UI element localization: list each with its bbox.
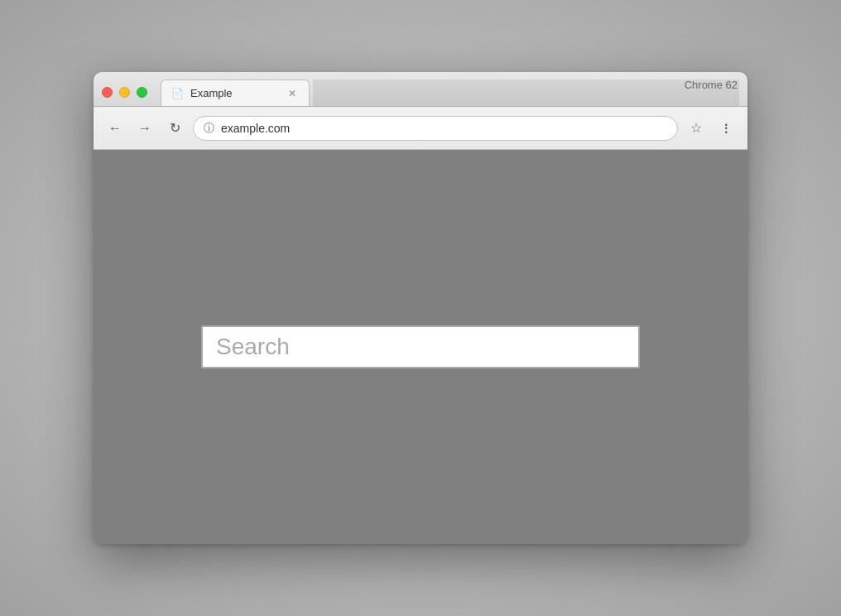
bookmark-button[interactable]: ☆	[685, 117, 708, 140]
star-icon: ☆	[690, 120, 702, 136]
menu-button[interactable]: ⋮	[714, 117, 738, 140]
browser-tab[interactable]: 📄 Example ✕	[161, 79, 310, 106]
minimize-button[interactable]	[119, 87, 130, 98]
close-button[interactable]	[102, 87, 113, 98]
browser-window: 📄 Example ✕ Chrome 62 ← → ↻ ⓘ example.co…	[94, 72, 747, 544]
back-icon: ←	[108, 121, 122, 136]
browser-toolbar: ← → ↻ ⓘ example.com ☆ ⋮	[94, 107, 747, 150]
chrome-version-label: Chrome 62	[685, 79, 738, 91]
reload-icon: ↻	[170, 120, 180, 136]
address-bar[interactable]: ⓘ example.com	[193, 116, 678, 141]
forward-icon: →	[138, 121, 151, 136]
tab-title: Example	[190, 87, 279, 99]
menu-dots-icon: ⋮	[720, 122, 733, 135]
back-button[interactable]: ←	[103, 117, 127, 140]
window-controls	[102, 87, 147, 106]
security-icon: ⓘ	[204, 121, 214, 136]
reload-button[interactable]: ↻	[163, 117, 186, 140]
forward-button[interactable]: →	[133, 117, 156, 140]
tab-close-button[interactable]: ✕	[286, 87, 299, 100]
maximize-button[interactable]	[137, 87, 147, 98]
title-bar: 📄 Example ✕ Chrome 62	[94, 72, 747, 107]
search-input[interactable]	[201, 325, 640, 368]
page-content	[94, 150, 747, 544]
new-tab-area	[313, 79, 739, 106]
address-text: example.com	[221, 122, 667, 135]
tab-page-icon: 📄	[171, 88, 184, 99]
